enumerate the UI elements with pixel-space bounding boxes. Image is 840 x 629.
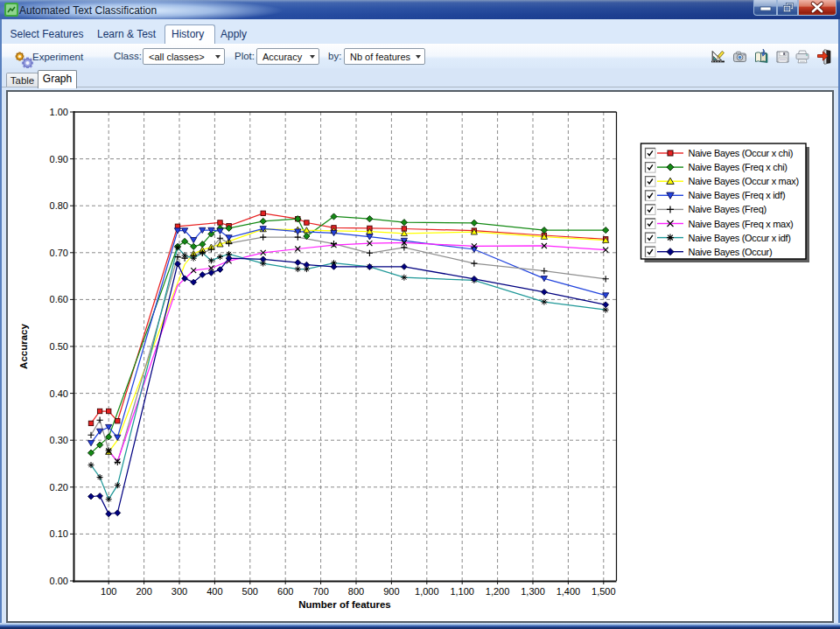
svg-text:500: 500 bbox=[242, 586, 258, 597]
svg-text:0.40: 0.40 bbox=[50, 388, 68, 399]
svg-text:Naive Bayes (Freq x chi): Naive Bayes (Freq x chi) bbox=[689, 162, 788, 172]
svg-text:1,400: 1,400 bbox=[556, 586, 581, 597]
svg-text:Naive Bayes (Occur x idf): Naive Bayes (Occur x idf) bbox=[689, 233, 791, 243]
svg-text:1,500: 1,500 bbox=[592, 586, 616, 597]
svg-text:800: 800 bbox=[348, 586, 364, 597]
svg-text:Naive Bayes (Occur): Naive Bayes (Occur) bbox=[689, 247, 773, 257]
svg-text:0.00: 0.00 bbox=[50, 576, 68, 586]
svg-text:400: 400 bbox=[206, 586, 222, 597]
svg-text:1,200: 1,200 bbox=[486, 586, 510, 597]
svg-text:100: 100 bbox=[101, 586, 116, 597]
svg-text:200: 200 bbox=[136, 586, 151, 597]
svg-text:1.00: 1.00 bbox=[50, 107, 68, 117]
svg-text:900: 900 bbox=[383, 586, 399, 597]
svg-text:0.60: 0.60 bbox=[50, 294, 68, 304]
svg-text:Naive Bayes (Freq x idf): Naive Bayes (Freq x idf) bbox=[689, 190, 786, 200]
svg-text:Accuracy: Accuracy bbox=[18, 324, 29, 369]
svg-text:1,100: 1,100 bbox=[450, 586, 474, 597]
svg-text:0.90: 0.90 bbox=[50, 154, 68, 164]
svg-text:0.50: 0.50 bbox=[50, 341, 68, 352]
svg-text:Naive Bayes (Freq x max): Naive Bayes (Freq x max) bbox=[689, 219, 794, 229]
svg-text:Naive Bayes (Occur x max): Naive Bayes (Occur x max) bbox=[689, 176, 799, 186]
svg-text:0.20: 0.20 bbox=[50, 482, 68, 493]
svg-text:700: 700 bbox=[312, 586, 328, 597]
svg-text:Number of features: Number of features bbox=[298, 599, 390, 610]
svg-text:1,000: 1,000 bbox=[415, 586, 439, 597]
svg-text:Naive Bayes (Occur x chi): Naive Bayes (Occur x chi) bbox=[689, 148, 794, 158]
svg-text:0.70: 0.70 bbox=[50, 248, 68, 258]
svg-text:0.80: 0.80 bbox=[50, 200, 68, 211]
svg-text:0.30: 0.30 bbox=[50, 435, 68, 445]
svg-text:600: 600 bbox=[277, 586, 293, 597]
svg-text:1,300: 1,300 bbox=[521, 586, 545, 597]
svg-text:Naive Bayes (Freq): Naive Bayes (Freq) bbox=[689, 204, 766, 214]
svg-text:300: 300 bbox=[172, 586, 187, 597]
svg-text:0.10: 0.10 bbox=[50, 528, 68, 539]
